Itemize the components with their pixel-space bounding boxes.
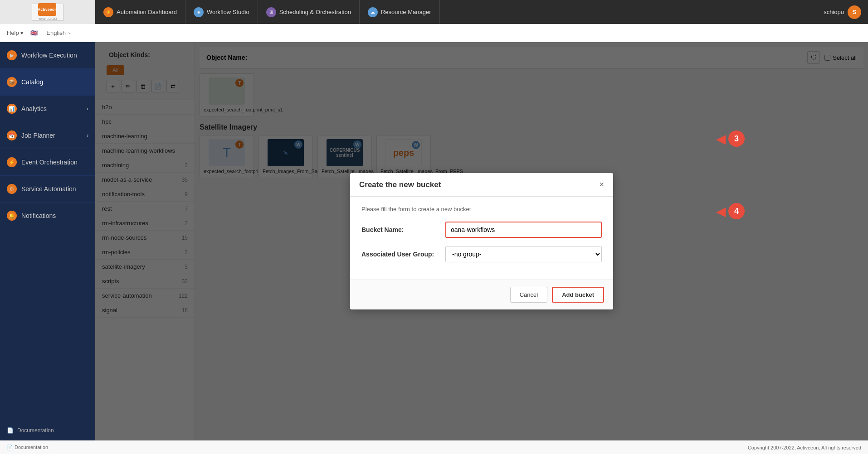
nav-tab-workflow-studio[interactable]: ◈ Workflow Studio <box>185 0 258 24</box>
sidebar-item-job-planner[interactable]: 📅 Job Planner › <box>0 122 95 149</box>
modal-footer: Cancel Add bucket <box>350 280 613 309</box>
username-label: schiopu <box>824 9 844 15</box>
annotation-3: ◀ 3 <box>716 130 745 147</box>
doc-icon: 📄 <box>7 427 14 434</box>
sidebar-documentation[interactable]: 📄 Documentation <box>0 420 95 440</box>
bucket-name-input[interactable] <box>445 222 602 238</box>
nav-tab-scheduling[interactable]: ⊞ Scheduling & Orchestration <box>258 0 360 24</box>
app-logo: Activeeon Your LOGO <box>32 4 63 21</box>
event-orchestration-icon: ⚡ <box>7 157 17 167</box>
modal-subtitle: Please fill the form to create a new buc… <box>361 206 602 213</box>
bucket-name-row: Bucket Name: <box>361 222 602 238</box>
footer-doc-link[interactable]: 📄 Documentation <box>7 444 48 450</box>
main-layout: ▶ Workflow Execution 📦 Catalog 📊 Analyti… <box>0 42 868 440</box>
service-automation-icon: ⚙ <box>7 184 17 194</box>
modal-overlay: Create the new bucket × Please fill the … <box>95 42 868 440</box>
annotation-4-circle: 4 <box>728 203 745 219</box>
automation-dashboard-icon: ⚡ <box>103 7 113 17</box>
scheduling-icon: ⊞ <box>266 7 276 17</box>
workflow-execution-icon: ▶ <box>7 50 17 60</box>
content-area: Object Kinds: All + ✏ 🗑 📄 ⇄ h2o h <box>95 42 868 440</box>
logo-area: Activeeon Your LOGO <box>0 0 95 24</box>
sidebar-item-analytics[interactable]: 📊 Analytics › <box>0 96 95 122</box>
top-navigation: Activeeon Your LOGO ⚡ Automation Dashboa… <box>0 0 868 24</box>
user-avatar: S <box>848 5 861 19</box>
notifications-icon: 🔔 <box>7 211 17 221</box>
help-menu[interactable]: Help ▾ <box>7 29 24 36</box>
annotation-3-circle: 3 <box>728 130 745 147</box>
bucket-name-label: Bucket Name: <box>361 226 445 233</box>
logo-text: Your LOGO <box>38 17 57 21</box>
job-planner-icon: 📅 <box>7 130 17 140</box>
user-group-select[interactable]: -no group- <box>445 246 602 262</box>
doc-icon: 📄 <box>7 444 13 450</box>
user-group-row: Associated User Group: -no group- <box>361 246 602 262</box>
modal-body: Please fill the form to create a new buc… <box>350 197 613 280</box>
sidebar-item-service-automation[interactable]: ⚙ Service Automation <box>0 176 95 203</box>
cancel-button[interactable]: Cancel <box>510 287 547 303</box>
sidebar-item-notifications[interactable]: 🔔 Notifications <box>0 203 95 229</box>
modal-header: Create the new bucket × <box>350 173 613 197</box>
user-group-label: Associated User Group: <box>361 251 445 258</box>
add-bucket-button[interactable]: Add bucket <box>552 287 604 303</box>
user-menu[interactable]: schiopu S <box>817 0 868 24</box>
nav-tab-resource-manager[interactable]: ☁ Resource Manager <box>360 0 440 24</box>
help-bar: Help ▾ 🇬🇧 English ~ <box>0 24 868 42</box>
sidebar-item-workflow-execution[interactable]: ▶ Workflow Execution <box>0 42 95 69</box>
workflow-studio-icon: ◈ <box>194 7 204 17</box>
annotation-4: ◀ 4 <box>716 203 745 219</box>
modal-title: Create the new bucket <box>359 180 441 189</box>
resource-manager-icon: ☁ <box>368 7 378 17</box>
sidebar-item-catalog[interactable]: 📦 Catalog <box>0 69 95 96</box>
nav-tab-automation-dashboard[interactable]: ⚡ Automation Dashboard <box>95 0 185 24</box>
nav-tabs-container: ⚡ Automation Dashboard ◈ Workflow Studio… <box>95 0 817 24</box>
language-selector[interactable]: 🇬🇧 English ~ <box>30 29 78 36</box>
modal-close-button[interactable]: × <box>599 180 604 189</box>
footer-copyright: Copyright 2007-2022, Activeeon, All righ… <box>748 445 861 450</box>
create-bucket-modal: Create the new bucket × Please fill the … <box>350 173 613 309</box>
footer: 📄 Documentation Copyright 2007-2022, Act… <box>0 440 868 454</box>
sidebar-item-event-orchestration[interactable]: ⚡ Event Orchestration <box>0 149 95 176</box>
catalog-icon: 📦 <box>7 77 17 87</box>
flag-icon: 🇬🇧 <box>30 29 38 36</box>
sidebar: ▶ Workflow Execution 📦 Catalog 📊 Analyti… <box>0 42 95 440</box>
analytics-icon: 📊 <box>7 104 17 114</box>
